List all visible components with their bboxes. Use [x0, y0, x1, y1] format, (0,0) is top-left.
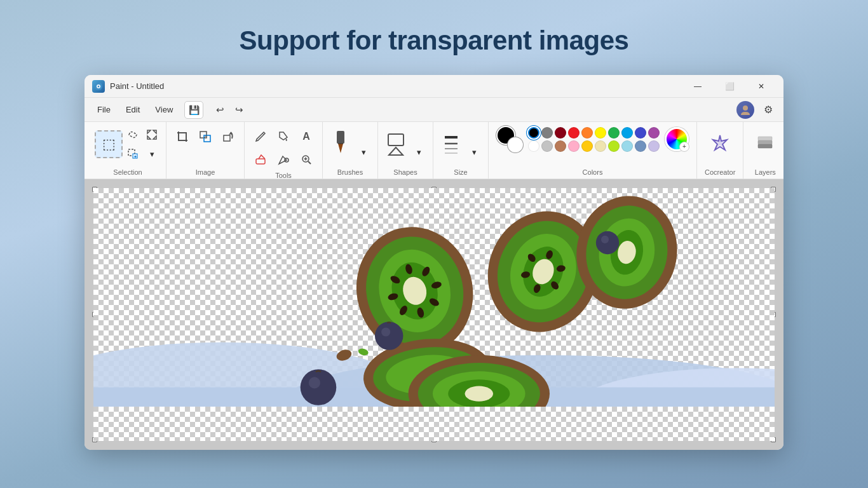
color-orange[interactable]	[581, 127, 593, 139]
save-button[interactable]: 💾	[184, 101, 203, 119]
text-button[interactable]: A	[295, 126, 317, 147]
brushes-group: ▾ Brushes	[323, 122, 378, 179]
svg-rect-20	[388, 134, 403, 146]
color-picker-button[interactable]	[273, 149, 294, 170]
color-lavender[interactable]	[648, 140, 660, 152]
toolbar: ⬚ ✦	[85, 122, 783, 179]
brushes-buttons: ▾	[328, 126, 372, 161]
color-darkred[interactable]	[555, 127, 566, 139]
svg-point-77	[358, 348, 369, 356]
undo-button[interactable]: ↩	[211, 101, 229, 119]
svg-marker-21	[389, 147, 403, 155]
color-white[interactable]	[528, 140, 539, 152]
menu-bar: File Edit View 💾 ↩ ↪ ⚙	[85, 98, 783, 122]
color-steelblue[interactable]	[635, 140, 646, 152]
colors-section: Colors	[489, 122, 696, 179]
size-button[interactable]	[438, 126, 464, 161]
color-skyblue[interactable]	[621, 140, 633, 152]
colors-content	[496, 126, 689, 152]
color-row-2	[528, 140, 660, 152]
minimize-button[interactable]: —	[683, 76, 712, 97]
size-group: ▾ Size	[433, 122, 489, 179]
background-color[interactable]	[508, 137, 523, 152]
freeform-select-button[interactable]	[124, 126, 142, 144]
select-all-button[interactable]	[143, 126, 161, 144]
menu-right-controls: ⚙	[736, 101, 777, 119]
shapes-button[interactable]	[383, 126, 409, 161]
svg-point-70	[375, 322, 403, 349]
close-button[interactable]: ✕	[747, 76, 776, 97]
svg-rect-8	[204, 135, 210, 142]
crop-button[interactable]	[172, 126, 193, 147]
color-yellow[interactable]	[595, 127, 606, 139]
color-brown[interactable]	[555, 140, 566, 152]
color-gold[interactable]	[581, 140, 593, 152]
menu-file[interactable]: File	[91, 102, 117, 117]
magic-select-button[interactable]: ✦	[124, 145, 142, 163]
rectangle-select-button[interactable]: ⬚	[95, 130, 123, 158]
select-dropdown-button[interactable]: ▾	[143, 145, 161, 163]
redo-button[interactable]: ↪	[230, 101, 248, 119]
image-buttons	[172, 126, 239, 147]
pencil-button[interactable]	[250, 126, 271, 147]
canvas-svg	[93, 188, 775, 407]
maximize-button[interactable]: ⬜	[715, 76, 744, 97]
settings-button[interactable]: ⚙	[759, 101, 777, 119]
svg-point-75	[309, 377, 320, 388]
svg-point-74	[301, 369, 337, 405]
rotate-button[interactable]	[217, 126, 239, 147]
shapes-dropdown-button[interactable]: ▾	[410, 143, 428, 161]
selection-buttons: ⬚ ✦	[95, 126, 161, 163]
shapes-group: ▾ Shapes	[378, 122, 433, 179]
menu-view[interactable]: View	[149, 102, 179, 117]
color-black[interactable]	[528, 127, 539, 139]
color-swatches	[528, 127, 660, 152]
size-dropdown-button[interactable]: ▾	[465, 143, 483, 161]
selection-group: ⬚ ✦	[90, 122, 166, 179]
color-lightgray[interactable]	[541, 140, 553, 152]
color-pink[interactable]	[568, 140, 580, 152]
svg-point-3	[743, 105, 748, 111]
cocreator-button[interactable]	[706, 126, 734, 161]
layers-button[interactable]	[751, 126, 779, 161]
color-lime[interactable]	[608, 140, 620, 152]
color-purple[interactable]	[648, 127, 660, 139]
undo-redo-controls: ↩ ↪	[211, 101, 248, 119]
colors-label: Colors	[583, 168, 603, 176]
svg-rect-26	[758, 144, 772, 148]
svg-rect-10	[224, 135, 230, 141]
color-red[interactable]	[568, 127, 580, 139]
svg-point-71	[381, 327, 390, 336]
fill-button[interactable]	[273, 126, 294, 147]
brushes-label: Brushes	[337, 168, 363, 176]
color-gray[interactable]	[541, 127, 553, 139]
resize-button[interactable]	[194, 126, 216, 147]
svg-rect-18	[337, 131, 344, 144]
svg-line-15	[308, 161, 311, 164]
canvas-drawing-area[interactable]	[93, 188, 775, 441]
canvas-area	[85, 179, 783, 450]
color-cyan[interactable]	[621, 127, 633, 139]
layers-label: Layers	[755, 168, 776, 176]
svg-point-72	[596, 231, 619, 254]
canvas-container	[92, 187, 776, 442]
brushes-dropdown-button[interactable]: ▾	[355, 143, 372, 161]
menu-edit[interactable]: Edit	[119, 102, 146, 117]
cocreator-label: Cocreator	[705, 168, 735, 176]
color-blue[interactable]	[635, 127, 646, 139]
zoom-button[interactable]	[295, 149, 317, 170]
brush-button[interactable]	[328, 126, 353, 161]
color-green[interactable]	[608, 127, 620, 139]
svg-rect-27	[758, 140, 772, 144]
svg-point-73	[601, 236, 609, 243]
page-title: Support for transparent images	[240, 25, 629, 56]
app-icon	[92, 80, 105, 93]
user-avatar[interactable]	[736, 101, 754, 119]
color-picker-rainbow[interactable]	[665, 127, 689, 151]
color-cream[interactable]	[595, 140, 606, 152]
size-buttons: ▾	[438, 126, 483, 161]
eraser-button[interactable]	[250, 149, 271, 170]
paint-window: Paint - Untitled — ⬜ ✕ File Edit View 💾 …	[85, 75, 783, 450]
layers-group: Layers	[743, 122, 783, 179]
svg-rect-7	[200, 132, 207, 138]
